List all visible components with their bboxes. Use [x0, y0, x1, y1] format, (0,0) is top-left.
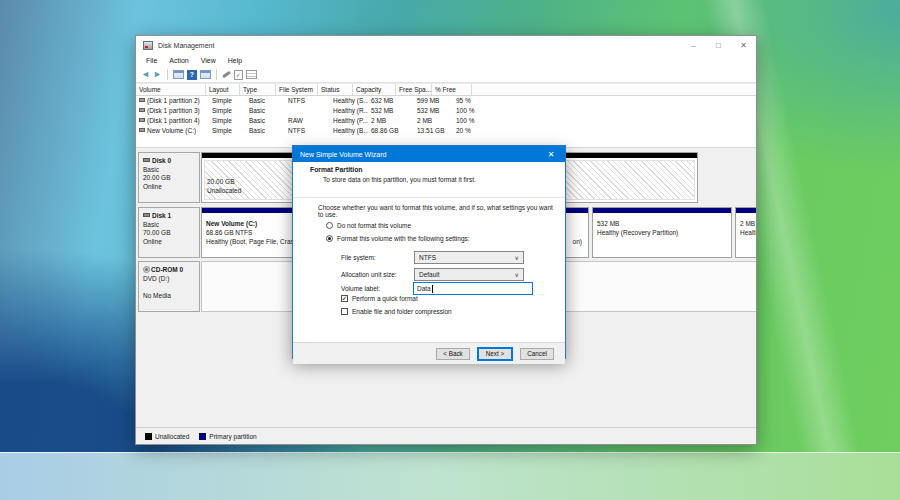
column-header-status[interactable]: Status	[318, 84, 353, 95]
cell-capacity: 632 MB	[368, 96, 414, 106]
cell-layout: Simple	[209, 96, 246, 106]
window-titlebar[interactable]: Disk Management – □ ✕	[136, 36, 756, 54]
partition-recovery[interactable]: 532 MB Healthy (Recovery Partition)	[592, 207, 732, 258]
cdrom-0-label[interactable]: CD-ROM 0 DVD (D:) No Media	[138, 261, 200, 312]
cell-pct-free: 100 %	[453, 116, 496, 126]
volume-label-input[interactable]: Data	[413, 282, 533, 295]
primary-partition-legend-swatch	[199, 433, 206, 440]
volume-icon	[139, 128, 145, 132]
partition-size: 2 MB	[740, 219, 753, 228]
cell-free-space: 13.51 GB	[414, 126, 453, 136]
cell-pct-free: 100 %	[453, 106, 496, 116]
help-icon[interactable]: ?	[187, 70, 197, 80]
quick-format-option[interactable]: ✓ Perform a quick format	[341, 295, 418, 302]
cell-type: Basic	[246, 106, 285, 116]
toolbar: ◄ ► ? ✓	[136, 67, 756, 83]
unallocated-legend-label: Unallocated	[155, 433, 189, 440]
table-row[interactable]: New Volume (C:) Simple Basic NTFS Health…	[136, 126, 756, 136]
show-console-tree-icon[interactable]	[173, 70, 184, 79]
properties-icon[interactable]	[246, 70, 257, 79]
cell-status: Healthy (P...	[330, 116, 368, 126]
radio-label: Format this volume with the following se…	[337, 235, 470, 242]
disk-state: Online	[143, 183, 199, 192]
column-header-free-space[interactable]: Free Spa...	[396, 84, 432, 95]
menu-action[interactable]: Action	[163, 57, 194, 64]
file-system-value: NTFS	[419, 254, 436, 261]
partition-status: Healthy (Recovery Partition)	[597, 228, 728, 237]
back-icon[interactable]: ◄	[141, 70, 150, 79]
allocation-unit-size-select[interactable]: Default ∨	[414, 268, 524, 281]
toolbar-separator	[216, 69, 217, 80]
cell-pct-free: 95 %	[453, 96, 496, 106]
dialog-heading: Format Partition	[310, 166, 565, 173]
volume-icon	[139, 98, 145, 102]
cell-pct-free: 20 %	[453, 126, 496, 136]
legend-bar: Unallocated Primary partition	[136, 427, 756, 444]
menu-help[interactable]: Help	[222, 57, 248, 64]
checkbox-unchecked-icon[interactable]	[341, 308, 348, 315]
forward-icon[interactable]: ►	[153, 70, 162, 79]
partition-small[interactable]: 2 MB Healthy	[735, 207, 756, 258]
column-header-pct-free[interactable]: % Free	[432, 84, 472, 95]
column-header-volume[interactable]: Volume	[136, 84, 206, 95]
checkbox-checked-icon[interactable]: ✓	[341, 295, 348, 302]
chevron-down-icon: ∨	[515, 254, 519, 261]
close-button[interactable]: ✕	[731, 36, 756, 54]
dialog-header: Format Partition To store data on this p…	[293, 162, 565, 198]
wrench-icon[interactable]	[222, 71, 231, 79]
media-status: No Media	[143, 292, 199, 301]
column-header-type[interactable]: Type	[240, 84, 276, 95]
column-header-file-system[interactable]: File System	[276, 84, 318, 95]
disk-icon	[143, 158, 150, 162]
desktop: Disk Management – □ ✕ File Action View H…	[0, 0, 900, 500]
cell-type: Basic	[246, 116, 285, 126]
partition-size: 532 MB	[597, 219, 728, 228]
radio-label: Do not format this volume	[337, 222, 411, 229]
cell-free-space: 599 MB	[414, 96, 453, 106]
volume-icon	[139, 108, 145, 112]
drive-name: CD-ROM 0	[151, 266, 183, 273]
back-button[interactable]: < Back	[436, 348, 470, 360]
radio-button-selected-icon[interactable]	[326, 235, 333, 242]
column-header-capacity[interactable]: Capacity	[353, 84, 396, 95]
text-caret	[432, 285, 433, 293]
dialog-instruction: Choose whether you want to format this v…	[318, 204, 556, 218]
menu-file[interactable]: File	[140, 57, 163, 64]
volume-list-header: Volume Layout Type File System Status Ca…	[136, 83, 756, 96]
dialog-close-icon[interactable]: ✕	[537, 146, 565, 162]
disk-1-label[interactable]: Disk 1 Basic 70.00 GB Online	[138, 207, 200, 258]
cell-volume: (Disk 1 partition 2)	[147, 97, 200, 104]
checkbox-label: Enable file and folder compression	[352, 308, 452, 315]
column-header-layout[interactable]: Layout	[206, 84, 240, 95]
disk-size: 20.00 GB	[143, 174, 199, 183]
cell-volume: (Disk 1 partition 4)	[147, 117, 200, 124]
cell-status: Healthy (R...	[330, 106, 368, 116]
table-row[interactable]: (Disk 1 partition 4) Simple Basic RAW He…	[136, 116, 756, 126]
menu-view[interactable]: View	[195, 57, 222, 64]
volume-label-value: Data	[417, 285, 431, 292]
next-button[interactable]: Next >	[478, 348, 512, 360]
file-system-select[interactable]: NTFS ∨	[414, 251, 524, 264]
refresh-disks-icon[interactable]: ✓	[234, 70, 243, 80]
minimize-button[interactable]: –	[681, 36, 706, 54]
disk-0-label[interactable]: Disk 0 Basic 20.00 GB Online	[138, 152, 200, 203]
show-action-pane-icon[interactable]	[200, 70, 211, 79]
dialog-titlebar[interactable]: New Simple Volume Wizard ✕	[293, 146, 565, 162]
cell-capacity: 68.86 GB	[368, 126, 414, 136]
cell-type: Basic	[246, 126, 285, 136]
maximize-button[interactable]: □	[706, 36, 731, 54]
radio-do-not-format[interactable]: Do not format this volume	[326, 222, 411, 229]
table-row[interactable]: (Disk 1 partition 2) Simple Basic NTFS H…	[136, 96, 756, 106]
radio-format-volume[interactable]: Format this volume with the following se…	[326, 235, 470, 242]
cell-file-system	[285, 106, 330, 116]
disk-management-app-icon	[143, 41, 153, 50]
allocation-unit-size-label: Allocation unit size:	[341, 271, 397, 278]
disk-state: Online	[143, 238, 199, 247]
radio-button-icon[interactable]	[326, 222, 333, 229]
compression-option[interactable]: Enable file and folder compression	[341, 308, 452, 315]
cell-file-system: RAW	[285, 116, 330, 126]
table-row[interactable]: (Disk 1 partition 3) Simple Basic Health…	[136, 106, 756, 116]
cancel-button[interactable]: Cancel	[520, 348, 554, 360]
window-title: Disk Management	[158, 42, 681, 49]
dialog-body: Choose whether you want to format this v…	[293, 198, 565, 342]
